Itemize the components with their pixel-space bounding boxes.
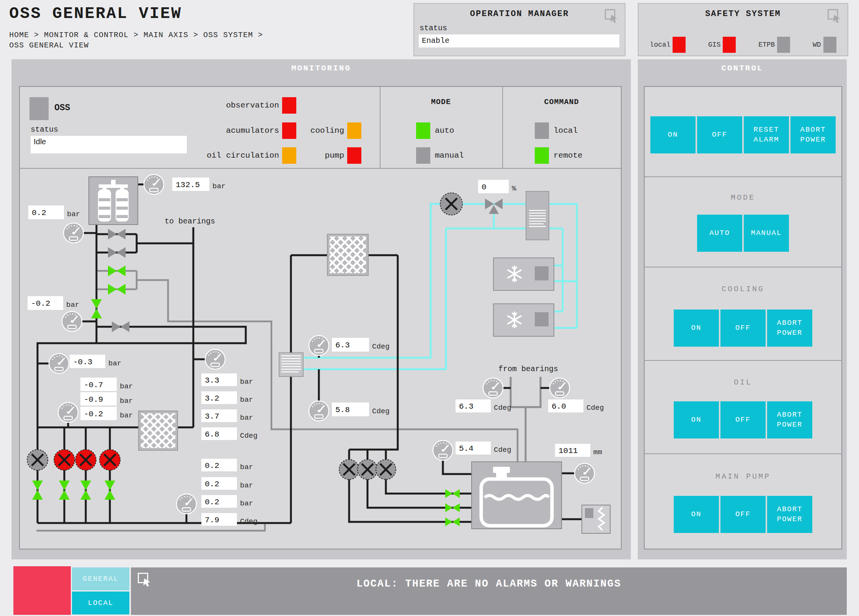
- pipe-from-bearings: [511, 377, 541, 463]
- oil-off-button[interactable]: OFF: [720, 401, 766, 438]
- from-bearings-label: from bearings: [498, 365, 558, 373]
- cooling-on-button[interactable]: ON: [674, 310, 719, 347]
- status-square: [535, 122, 549, 139]
- svg-text:6.3: 6.3: [335, 341, 350, 350]
- tab-general[interactable]: GENERAL: [72, 567, 129, 590]
- mode-manual: manual: [416, 147, 464, 164]
- abort-power-button[interactable]: ABORT POWER: [790, 116, 836, 153]
- svg-text:Cdeg: Cdeg: [240, 517, 258, 526]
- svg-text:1011: 1011: [559, 447, 578, 455]
- cooling-off-button[interactable]: OFF: [720, 310, 766, 347]
- mode-title: MODE: [380, 98, 502, 106]
- status-square: [347, 147, 361, 164]
- svg-text:0.2: 0.2: [32, 209, 46, 217]
- main-pump-on-button[interactable]: ON: [674, 496, 719, 533]
- svg-text:bar: bar: [240, 414, 253, 422]
- value-tank-level: 1011mm: [555, 444, 602, 457]
- value-tank-temp: 5.4Cdeg: [456, 442, 511, 455]
- svg-text:Cdeg: Cdeg: [372, 342, 390, 351]
- reset-alarm-button[interactable]: RESET ALARM: [744, 116, 789, 153]
- system-on-button[interactable]: ON: [650, 116, 696, 153]
- heat-exchanger-icon: [327, 234, 368, 275]
- svg-text:-0.2: -0.2: [31, 299, 50, 308]
- value-line-c: -0.9bar: [80, 392, 133, 406]
- svg-text:mm: mm: [593, 448, 602, 456]
- control-title: CONTROL: [638, 64, 847, 73]
- value-press-a: 3.3bar: [201, 373, 253, 386]
- svg-text:5.4: 5.4: [459, 444, 474, 453]
- chiller-icon: [493, 304, 554, 336]
- to-bearings-label: to bearings: [165, 217, 215, 226]
- breadcrumb[interactable]: HOME > MONITOR & CONTROL > MAIN AXIS > O…: [9, 30, 277, 51]
- chiller-icon: [493, 258, 554, 290]
- three-way-valve-icon: [485, 199, 503, 214]
- system-off-button[interactable]: OFF: [697, 116, 742, 153]
- tab-local[interactable]: LOCAL: [72, 592, 129, 614]
- oss-label: OSS: [54, 103, 70, 113]
- main-pump-off-button[interactable]: OFF: [720, 496, 766, 533]
- value-press-e: 0.2bar: [201, 477, 253, 490]
- value-line-d: -0.2bar: [80, 407, 133, 420]
- svg-text:bar: bar: [240, 396, 253, 404]
- mode-manual-button[interactable]: MANUAL: [744, 215, 789, 252]
- value-temp-a: 6.8Cdeg: [201, 427, 258, 440]
- indicator-observation: observation: [181, 97, 296, 114]
- monitoring-panel: MONITORING OSS status Idle observation a…: [11, 59, 631, 559]
- cooling-abort-power-button[interactable]: ABORT POWER: [767, 310, 812, 347]
- alarm-color-block: [13, 566, 71, 615]
- svg-text:bar: bar: [120, 382, 133, 391]
- safety-indicator-wd: WD: [813, 37, 836, 53]
- svg-text:bar: bar: [67, 210, 80, 218]
- oss-general-view-screen: OSS GENERAL VIEW HOME > MONITOR & CONTRO…: [0, 0, 859, 616]
- cooling-section-label: COOLING: [645, 285, 841, 293]
- value-valve-opening: 0%: [478, 180, 516, 193]
- svg-text:0.2: 0.2: [205, 498, 219, 507]
- monitoring-content: OSS status Idle observation acumulators …: [19, 86, 622, 549]
- oil-tank-icon: [472, 462, 562, 529]
- command-section: COMMAND local remote: [502, 87, 621, 168]
- svg-text:bar: bar: [108, 359, 121, 368]
- svg-text:Cdeg: Cdeg: [494, 404, 511, 412]
- svg-text:Cdeg: Cdeg: [372, 407, 390, 416]
- svg-text:bar: bar: [240, 463, 253, 471]
- mode-auto-button[interactable]: AUTO: [697, 215, 742, 252]
- oil-on-button[interactable]: ON: [674, 401, 719, 438]
- value-temp-b: 7.9Cdeg: [201, 513, 258, 526]
- status-square: [823, 37, 836, 53]
- svg-text:bar: bar: [120, 397, 133, 405]
- svg-text:bar: bar: [212, 182, 225, 191]
- control-section-system: ON OFF RESET ALARM ABORT POWER: [645, 87, 841, 177]
- navigate-icon[interactable]: [604, 8, 619, 26]
- heat-exchanger-icon: [139, 411, 178, 450]
- safety-system-panel: SAFETY SYSTEM local GIS ETPB WD: [638, 3, 848, 56]
- svg-text:6.3: 6.3: [459, 402, 474, 411]
- svg-text:0.2: 0.2: [205, 480, 219, 489]
- svg-text:-0.9: -0.9: [84, 395, 103, 404]
- svg-text:3.7: 3.7: [205, 412, 219, 421]
- svg-text:6.0: 6.0: [552, 402, 566, 411]
- navigate-icon[interactable]: [827, 8, 842, 26]
- value-cooler-out: 5.8Cdeg: [332, 403, 390, 416]
- oss-status-field: Idle: [31, 136, 187, 153]
- safety-system-title: SAFETY SYSTEM: [639, 9, 848, 19]
- svg-text:0: 0: [482, 183, 487, 192]
- mode-section-label: MODE: [645, 193, 841, 202]
- main-pump-abort-power-button[interactable]: ABORT POWER: [767, 496, 812, 533]
- svg-text:5.8: 5.8: [335, 406, 350, 414]
- operation-manager-title: OPERATION MANAGER: [414, 9, 625, 19]
- command-title: COMMAND: [502, 98, 621, 106]
- control-section-cooling: COOLING ON OFF ABORT POWER: [645, 267, 841, 361]
- pump-icon-alarm: [100, 450, 120, 470]
- svg-text:bar: bar: [66, 301, 79, 309]
- mode-section: MODE auto manual: [380, 87, 502, 168]
- svg-text:-0.3: -0.3: [73, 358, 92, 367]
- control-section-mode: MODE AUTO MANUAL: [645, 177, 841, 267]
- safety-indicator-etpb: ETPB: [758, 37, 790, 53]
- alarm-message-bar: LOCAL: THERE ARE NO ALARMS OR WARNINGS: [131, 567, 847, 615]
- heater-icon: [582, 505, 610, 533]
- oil-abort-power-button[interactable]: ABORT POWER: [767, 401, 812, 438]
- command-remote: remote: [535, 147, 583, 164]
- value-suction-pressure: -0.2bar: [28, 296, 79, 310]
- svg-text:bar: bar: [120, 411, 133, 420]
- svg-text:Cdeg: Cdeg: [240, 432, 258, 440]
